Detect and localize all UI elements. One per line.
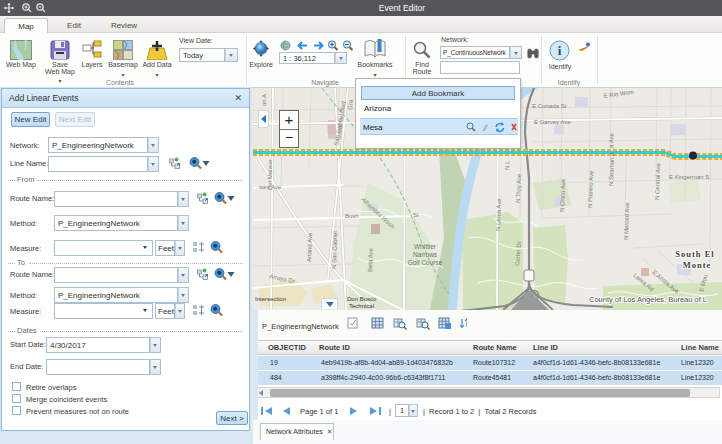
svg-text:i: i	[558, 43, 562, 58]
svg-text:Bush: Bush	[345, 213, 359, 219]
svg-text:a Ave: a Ave	[608, 132, 615, 148]
svg-text:wes Ave: wes Ave	[258, 184, 282, 190]
svg-text:St: St	[413, 212, 419, 218]
svg-text:Monte: Monte	[683, 260, 712, 270]
svg-text:E Kingerman S: E Kingerman S	[669, 174, 709, 180]
svg-text:Whittier: Whittier	[414, 243, 437, 250]
svg-text:Beta Ave: Beta Ave	[367, 247, 374, 272]
svg-text:Don Bosco: Don Bosco	[347, 296, 377, 302]
svg-text:E Cortada St: E Cortada St	[532, 103, 567, 109]
svg-text:Golf Course: Golf Course	[408, 259, 443, 266]
svg-text:Intersection: Intersection	[255, 296, 286, 302]
svg-text:County of Los Angeles, Bureau: County of Los Angeles, Bureau of L	[589, 295, 707, 304]
svg-text:N Seaman A: N Seaman A	[608, 152, 615, 186]
svg-text:N Chico Ave: N Chico Ave	[559, 178, 566, 212]
svg-text:on A: on A	[261, 94, 267, 106]
svg-text:N L: N L	[504, 160, 510, 170]
svg-text:Narrows: Narrows	[413, 251, 438, 258]
svg-text:N Lema Ave: N Lema Ave	[495, 198, 502, 231]
svg-text:E Garvey Ave: E Garvey Ave	[534, 119, 571, 125]
svg-text:N Troy Ave: N Troy Ave	[515, 173, 522, 203]
svg-text:Technical: Technical	[349, 303, 374, 309]
svg-text:Artand Ave: Artand Ave	[306, 232, 313, 262]
svg-text:South El: South El	[675, 249, 714, 259]
svg-text:Gra: Gra	[347, 99, 354, 110]
